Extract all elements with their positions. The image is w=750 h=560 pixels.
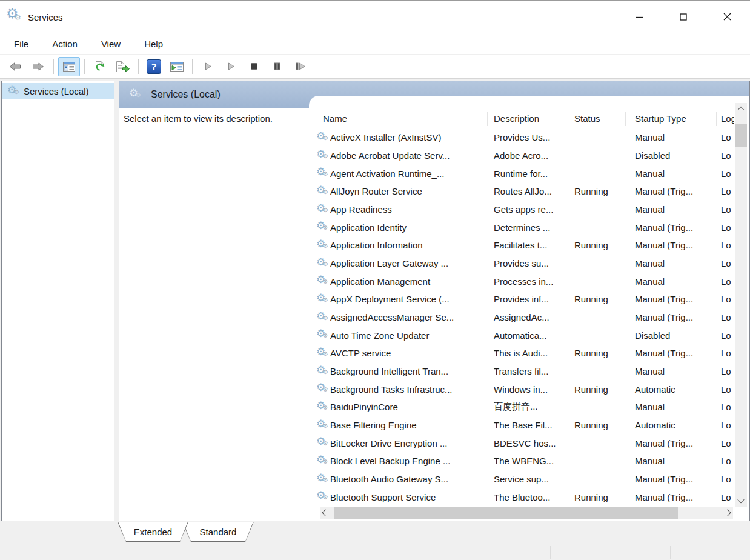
column-header-name[interactable]: Name (309, 108, 488, 128)
column-header-log-on-as[interactable]: Log On As (717, 108, 734, 128)
service-startup-cell: Manual (Trig... (626, 222, 717, 233)
service-row[interactable]: ⚙⚙ActiveX Installer (AxInstSV)Provides U… (309, 128, 735, 147)
service-name-cell: ⚙⚙BaiduPinyinCore (309, 401, 488, 413)
service-startup-cell: Manual (Trig... (626, 294, 717, 304)
status-separator (550, 546, 551, 559)
service-logon-cell: Lo (717, 348, 734, 358)
service-row[interactable]: ⚙⚙Bluetooth Audio Gateway S...Service su… (309, 470, 735, 488)
horizontal-scroll-thumb[interactable] (334, 507, 678, 519)
service-name-cell: ⚙⚙Base Filtering Engine (309, 419, 488, 432)
column-header-startup-type[interactable]: Startup Type (626, 108, 717, 128)
stop-service-button[interactable] (243, 57, 265, 76)
service-description-cell: The WBENG... (488, 456, 566, 466)
service-row[interactable]: ⚙⚙Bluetooth Support ServiceThe Bluetoo..… (309, 488, 735, 506)
service-name-cell: ⚙⚙Background Tasks Infrastruc... (309, 383, 488, 395)
column-header-description[interactable]: Description (488, 108, 566, 128)
service-row[interactable]: ⚙⚙BaiduPinyinCore百度拼音...ManualLo (309, 398, 735, 416)
scroll-right-icon[interactable] (722, 507, 733, 519)
minimize-button[interactable] (618, 1, 662, 34)
column-header-status[interactable]: Status (566, 108, 626, 128)
service-logon-cell: Lo (717, 168, 734, 179)
service-gear-icon: ⚙⚙ (316, 258, 330, 270)
refresh-button[interactable] (89, 57, 111, 76)
service-row[interactable]: ⚙⚙Agent Activation Runtime_...Runtime fo… (309, 164, 735, 182)
service-name-cell: ⚙⚙BitLocker Drive Encryption ... (309, 437, 488, 449)
tab-extended[interactable]: Extended (118, 522, 188, 542)
menu-view[interactable]: View (93, 36, 128, 52)
toolbar (0, 54, 750, 79)
restart-service-button[interactable] (289, 57, 311, 76)
service-row[interactable]: ⚙⚙App ReadinessGets apps re...ManualLo (309, 201, 735, 219)
refresh-icon (93, 61, 107, 72)
show-console-tree-button[interactable] (58, 57, 80, 76)
export-list-icon (116, 61, 130, 72)
help-button[interactable] (143, 57, 165, 76)
resume-service-button[interactable] (220, 57, 242, 76)
service-row[interactable]: ⚙⚙Background Tasks Infrastruc...Windows … (309, 380, 735, 398)
service-startup-cell: Manual (Trig... (626, 312, 717, 322)
service-startup-cell: Manual (Trig... (626, 186, 717, 196)
service-row[interactable]: ⚙⚙Application InformationFacilitates t..… (309, 236, 735, 255)
service-row[interactable]: ⚙⚙Block Level Backup Engine ...The WBENG… (309, 452, 735, 470)
export-list-button[interactable] (112, 57, 134, 76)
resume-service-icon (227, 62, 236, 71)
scroll-up-icon[interactable] (735, 103, 747, 115)
back-icon (9, 62, 21, 72)
description-hint: Select an item to view its description. (124, 113, 273, 124)
minimize-icon (636, 12, 643, 23)
tab-standard[interactable]: Standard (182, 522, 254, 542)
maximize-button[interactable] (662, 1, 705, 34)
service-description-cell: Runtime for... (488, 168, 566, 179)
toolbar-separator (192, 59, 193, 74)
tree-item-services-local[interactable]: ⚙⚙ Services (Local) (2, 83, 114, 99)
service-row[interactable]: ⚙⚙AllJoyn Router ServiceRoutes AllJo...R… (309, 182, 735, 201)
scroll-left-icon[interactable] (320, 507, 331, 519)
vertical-scroll-thumb[interactable] (735, 124, 747, 147)
service-row[interactable]: ⚙⚙AssignedAccessManager Se...AssignedAc.… (309, 308, 735, 327)
help-icon (147, 59, 161, 74)
service-description-cell: Service sup... (488, 474, 566, 484)
service-logon-cell: Lo (717, 150, 734, 161)
services-list: ⚙⚙ActiveX Installer (AxInstSV)Provides U… (309, 128, 735, 506)
title-bar[interactable]: ⚙⚙ Services (0, 1, 750, 34)
service-row[interactable]: ⚙⚙BitLocker Drive Encryption ...BDESVC h… (309, 434, 735, 452)
show-window-button[interactable] (166, 57, 188, 76)
service-row[interactable]: ⚙⚙Application IdentityDetermines ...Manu… (309, 218, 735, 236)
menu-action[interactable]: Action (44, 36, 85, 52)
service-description-cell: This is Audi... (488, 348, 566, 358)
service-startup-cell: Automatic (626, 384, 717, 395)
service-logon-cell: Lo (717, 492, 734, 502)
services-pane: ⚙⚙ Services (Local) Select an item to vi… (119, 81, 750, 521)
service-logon-cell: Lo (717, 258, 734, 268)
service-row[interactable]: ⚙⚙Background Intelligent Tran...Transfer… (309, 362, 735, 381)
service-row[interactable]: ⚙⚙Adobe Acrobat Update Serv...Adobe Acro… (309, 147, 735, 165)
service-gear-icon: ⚙⚙ (316, 365, 330, 378)
service-row[interactable]: ⚙⚙Application Layer Gateway ...Provides … (309, 255, 735, 273)
start-service-button[interactable] (197, 57, 219, 76)
forward-button[interactable] (27, 57, 49, 76)
service-description-cell: Gets apps re... (488, 204, 566, 215)
scroll-down-icon[interactable] (735, 495, 747, 507)
service-status-cell: Running (566, 492, 626, 502)
menu-help[interactable]: Help (136, 36, 171, 52)
service-gear-icon: ⚙⚙ (316, 455, 330, 467)
service-startup-cell: Manual (Trig... (626, 474, 717, 484)
service-logon-cell: Lo (717, 384, 734, 395)
service-gear-icon: ⚙⚙ (316, 275, 330, 287)
service-description-cell: Provides Us... (488, 132, 566, 142)
toolbar-separator (138, 59, 139, 74)
service-row[interactable]: ⚙⚙AppX Deployment Service (...Provides i… (309, 290, 735, 308)
vertical-scrollbar[interactable] (735, 103, 747, 507)
menu-file[interactable]: File (6, 36, 36, 52)
close-button[interactable] (705, 1, 749, 34)
service-startup-cell: Manual (626, 132, 717, 142)
service-name-cell: ⚙⚙App Readiness (309, 204, 488, 216)
service-row[interactable]: ⚙⚙AVCTP serviceThis is Audi...RunningMan… (309, 344, 735, 362)
service-row[interactable]: ⚙⚙Base Filtering EngineThe Base Fil...Ru… (309, 416, 735, 435)
service-row[interactable]: ⚙⚙Auto Time Zone UpdaterAutomatica...Dis… (309, 326, 735, 344)
service-row[interactable]: ⚙⚙Application ManagementProcesses in...M… (309, 272, 735, 290)
service-logon-cell: Lo (717, 438, 734, 448)
horizontal-scrollbar[interactable] (320, 507, 733, 519)
back-button[interactable] (4, 57, 26, 76)
pause-service-button[interactable] (266, 57, 288, 76)
